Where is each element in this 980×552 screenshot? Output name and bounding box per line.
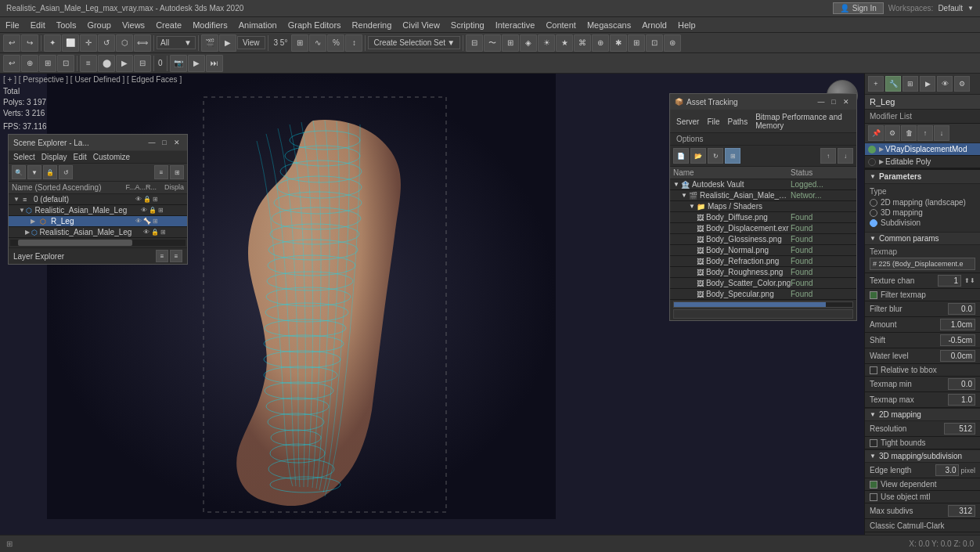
- at-menu-server[interactable]: Server: [676, 117, 699, 126]
- view-dependent-row[interactable]: View dependent: [865, 478, 980, 491]
- se-bottom-btn2[interactable]: ≡: [170, 250, 182, 262]
- at-row-refraction[interactable]: 🖼 Body_Refraction.png Found: [670, 256, 856, 267]
- at-minimize[interactable]: —: [816, 96, 827, 107]
- texmap-max-value[interactable]: 1.0: [948, 394, 975, 406]
- snap-toggle-btn[interactable]: ↩: [3, 55, 20, 72]
- toolbar-btn-7[interactable]: ✱: [610, 34, 627, 52]
- menu-content[interactable]: Content: [540, 19, 582, 31]
- undo-btn[interactable]: ↩: [3, 34, 20, 52]
- snap-btn-4[interactable]: ⊡: [57, 55, 74, 72]
- next-frame-btn[interactable]: ⏭: [206, 55, 223, 72]
- mod-pin-btn[interactable]: 📌: [868, 125, 884, 141]
- viewport[interactable]: [ + ] [ Perspective ] [ User Defined ] […: [0, 74, 864, 535]
- child-eye-icon[interactable]: 👁: [143, 229, 150, 236]
- tree-item-realistic-leg-child[interactable]: ▶ ⬡ Realistic_Asian_Male_Leg 👁 🔒 ⊞: [9, 227, 187, 238]
- relative-bbox-row[interactable]: Relative to bbox: [865, 364, 980, 377]
- mod-settings-btn[interactable]: ⚙: [885, 125, 900, 141]
- toolbar-btn-5[interactable]: ⌘: [574, 34, 591, 52]
- at-btn3[interactable]: ↻: [708, 148, 723, 164]
- mod-delete-btn[interactable]: 🗑: [901, 125, 917, 141]
- scene-menu-edit[interactable]: Edit: [74, 153, 87, 161]
- toolbar-btn-8[interactable]: ⊞: [628, 34, 645, 52]
- max-subdivs-value[interactable]: 312: [948, 505, 975, 517]
- toolbar-btn-9[interactable]: ⊡: [646, 34, 663, 52]
- at-row-displacement[interactable]: 🖼 Body_Displacement.exr Found: [670, 223, 856, 234]
- at-btn2[interactable]: 📂: [690, 148, 706, 164]
- schematic-view-btn[interactable]: ⊞: [502, 34, 519, 52]
- at-row-maps[interactable]: ▼ 📁 Maps / Shaders: [670, 201, 856, 212]
- auto-key-btn[interactable]: ▶: [116, 55, 133, 72]
- toolbar-btn-10[interactable]: ⊛: [664, 34, 681, 52]
- filter-blur-value[interactable]: 0.0: [948, 303, 975, 315]
- snap-btn-3[interactable]: ⊞: [39, 55, 56, 72]
- type-3d-row[interactable]: 3D mapping: [870, 208, 975, 217]
- se-lock-btn[interactable]: 🔒: [43, 165, 57, 179]
- redo-btn[interactable]: ↪: [21, 34, 38, 52]
- rotate-btn[interactable]: ↺: [98, 34, 115, 52]
- se-sync-btn[interactable]: ↺: [59, 165, 73, 179]
- child-lock-icon[interactable]: 🔒: [151, 229, 159, 236]
- menu-views[interactable]: Views: [117, 19, 150, 31]
- texture-chan-value[interactable]: 1: [938, 275, 961, 287]
- panel-hierarchy-icon[interactable]: ⊞: [903, 76, 918, 92]
- create-cam-btn[interactable]: 📷: [170, 55, 187, 72]
- filter-texmap-row[interactable]: Filter texmap: [865, 289, 980, 301]
- eye-icon[interactable]: 👁: [141, 207, 147, 214]
- se-expand-btn[interactable]: ⊞: [170, 165, 184, 179]
- modifier-editable-poly[interactable]: ▶ Editable Poly: [865, 156, 980, 168]
- scene-menu-select[interactable]: Select: [13, 153, 35, 161]
- at-close[interactable]: ✕: [841, 96, 852, 107]
- resolution-value[interactable]: 512: [944, 423, 975, 435]
- r-leg-eye-icon[interactable]: 👁: [135, 218, 142, 225]
- texmap-min-value[interactable]: 0.0: [948, 378, 975, 390]
- render-btn[interactable]: ▶: [219, 34, 236, 52]
- select-btn[interactable]: ✦: [44, 34, 61, 52]
- smooth-uvs-row[interactable]: Smooth UVs: [865, 532, 980, 535]
- key-filter-btn[interactable]: ⊟: [134, 55, 151, 72]
- render-setup-btn[interactable]: 🎬: [201, 34, 218, 52]
- classic-catmull-row[interactable]: Classic Catmull-Clark: [865, 519, 980, 532]
- layer-dropdown[interactable]: All▼: [157, 36, 196, 49]
- toolbar-btn-6[interactable]: ⊕: [592, 34, 609, 52]
- menu-graph-editors[interactable]: Graph Editors: [283, 19, 347, 31]
- texmap-value-btn[interactable]: # 225 (Body_Displacement.e: [870, 258, 975, 270]
- at-btn5[interactable]: ↑: [820, 148, 836, 164]
- menu-interactive[interactable]: Interactive: [490, 19, 541, 31]
- at-row-max-file[interactable]: ▼ 🎬 Realistic_Asian_Male_Leg_max_vray.ma…: [670, 190, 856, 201]
- scene-explorer-titlebar[interactable]: Scene Explorer - La... — □ ✕: [9, 135, 187, 151]
- align-btn[interactable]: ⊟: [466, 34, 483, 52]
- toolbar-btn-1[interactable]: ⊞: [291, 34, 308, 52]
- se-options-btn[interactable]: ≡: [154, 165, 168, 179]
- toolbar-btn-2[interactable]: ∿: [309, 34, 326, 52]
- scene-explorer-close[interactable]: ✕: [171, 137, 182, 148]
- scene-menu-customize[interactable]: Customize: [93, 153, 130, 161]
- scene-explorer-minimize[interactable]: —: [146, 137, 157, 148]
- menu-arnold[interactable]: Arnold: [636, 19, 672, 31]
- panel-modify-icon[interactable]: 🔧: [885, 76, 901, 92]
- at-row-roughness[interactable]: 🖼 Body_Roughness.png Found: [670, 267, 856, 278]
- snap-btn-2[interactable]: ⊕: [21, 55, 38, 72]
- at-restore[interactable]: □: [828, 96, 839, 107]
- play-btn[interactable]: ▶: [188, 55, 205, 72]
- tree-item-r-leg[interactable]: ▶ ⬡ R_Leg 👁 🦴 ⊞: [9, 216, 187, 227]
- scene-menu-display[interactable]: Display: [41, 153, 67, 161]
- at-menu-paths[interactable]: Paths: [728, 117, 748, 126]
- menu-help[interactable]: Help: [672, 19, 701, 31]
- parameters-section-header[interactable]: ▼ Parameters: [865, 168, 980, 184]
- scene-explorer-restore[interactable]: □: [159, 137, 170, 148]
- at-options[interactable]: Options: [670, 133, 856, 146]
- menu-group[interactable]: Group: [81, 19, 117, 31]
- viewport-label-btn[interactable]: View: [237, 36, 265, 49]
- render-icon[interactable]: ⊞: [158, 207, 164, 214]
- edge-length-value[interactable]: 3.0: [935, 464, 959, 476]
- menu-create[interactable]: Create: [150, 19, 187, 31]
- modifier-vray-disp[interactable]: ▶ VRayDisplacementMod: [865, 143, 980, 156]
- panel-utilities-icon[interactable]: ⚙: [954, 76, 970, 92]
- menu-megascans[interactable]: Megascans: [582, 19, 636, 31]
- se-bottom-btn1[interactable]: ≡: [156, 250, 168, 262]
- toolbar-btn-4[interactable]: ↕: [345, 34, 362, 52]
- menu-file[interactable]: File: [0, 19, 25, 31]
- tree-item-realistic-leg-parent[interactable]: ▼ ⬡ Realistic_Asian_Male_Leg 👁 🔒 ⊞: [9, 205, 187, 216]
- at-row-diffuse[interactable]: 🖼 Body_Diffuse.png Found: [670, 212, 856, 223]
- at-btn6[interactable]: ↓: [838, 148, 853, 164]
